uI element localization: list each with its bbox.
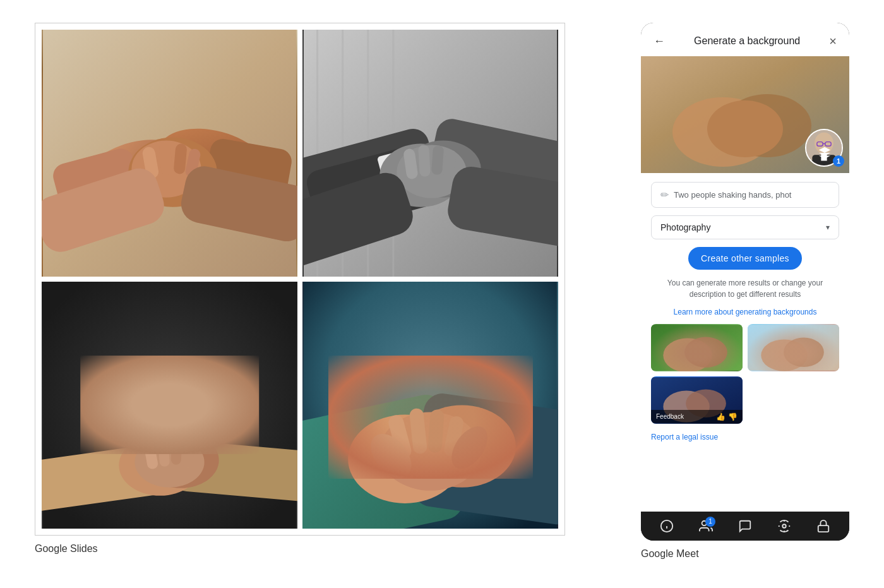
feedback-label: Feedback: [656, 413, 684, 420]
svg-point-66: [663, 338, 712, 371]
svg-point-53: [445, 419, 495, 475]
thumbnail-grid: Feedback 👍 👎: [651, 324, 839, 424]
report-legal-link[interactable]: Report a legal issue: [651, 431, 839, 441]
handshake-image-top-right: [302, 30, 558, 277]
activities-nav-icon[interactable]: [777, 519, 791, 533]
meet-section: ← Generate a background ×: [641, 23, 849, 560]
svg-rect-51: [443, 414, 465, 457]
svg-point-70: [784, 337, 824, 366]
close-button[interactable]: ×: [829, 34, 837, 49]
image-grid: [42, 30, 558, 529]
preview-area: 1: [641, 56, 849, 173]
feedback-icons: 👍 👎: [716, 412, 738, 421]
svg-rect-49: [409, 407, 427, 454]
svg-rect-27: [431, 145, 444, 174]
svg-point-57: [707, 100, 783, 157]
svg-rect-40: [170, 436, 182, 465]
slides-frame: [35, 23, 565, 536]
learn-more-link[interactable]: Learn more about generating backgrounds: [651, 308, 839, 316]
panel-header: ← Generate a background ×: [641, 23, 849, 56]
slides-section: Google Slides: [35, 23, 565, 555]
info-nav-icon[interactable]: [660, 519, 674, 533]
chevron-down-icon: ▾: [826, 223, 830, 232]
thumbnail-1[interactable]: [651, 324, 743, 371]
svg-rect-83: [818, 525, 829, 532]
svg-rect-39: [158, 436, 170, 467]
handshake-image-bottom-left: [42, 282, 297, 529]
thumbs-up-icon[interactable]: 👍: [716, 412, 726, 421]
style-label: Photography: [660, 222, 710, 232]
slides-label: Google Slides: [35, 543, 98, 555]
svg-point-69: [761, 339, 807, 371]
feedback-bar: Feedback 👍 👎: [651, 410, 743, 424]
main-container: Google Slides ← Generate a background ×: [0, 0, 884, 588]
bottom-navigation: 1: [641, 512, 849, 541]
layers-icon[interactable]: [818, 146, 832, 163]
svg-rect-26: [418, 145, 431, 177]
svg-rect-68: [748, 325, 839, 371]
participants-nav-icon[interactable]: 1: [699, 519, 713, 533]
svg-point-78: [782, 524, 786, 528]
thumbnail-3[interactable]: Feedback 👍 👎: [651, 376, 743, 424]
handshake-image-top-left: [42, 30, 297, 277]
svg-rect-48: [387, 413, 413, 460]
lock-nav-icon[interactable]: [816, 519, 830, 533]
panel-content: ✏ Two people shaking hands, phot Photogr…: [641, 173, 849, 512]
svg-rect-65: [651, 325, 743, 371]
meet-label: Google Meet: [641, 548, 699, 560]
meet-phone-frame: ← Generate a background ×: [641, 23, 849, 541]
prompt-input-field[interactable]: ✏ Two people shaking hands, phot: [651, 182, 839, 208]
svg-point-52: [362, 426, 419, 485]
participants-badge: 1: [705, 517, 715, 527]
style-dropdown[interactable]: Photography ▾: [651, 215, 839, 239]
handshake-image-bottom-right: [302, 282, 558, 529]
edit-icon: ✏: [660, 189, 669, 201]
back-button[interactable]: ←: [654, 35, 665, 48]
thumbnail-2[interactable]: [748, 324, 839, 371]
thumbs-down-icon[interactable]: 👎: [728, 412, 738, 421]
chat-nav-icon[interactable]: [738, 519, 752, 533]
svg-rect-50: [427, 409, 445, 453]
info-text: You can generate more results or change …: [651, 277, 839, 300]
svg-point-47: [379, 412, 481, 490]
avatar-badge: 1: [833, 155, 844, 167]
create-samples-button[interactable]: Create other samples: [688, 247, 802, 270]
svg-point-67: [684, 337, 727, 367]
svg-point-45: [348, 414, 462, 503]
svg-point-46: [408, 405, 515, 487]
prompt-text: Two people shaking hands, phot: [674, 190, 791, 200]
svg-rect-44: [410, 391, 558, 527]
panel-title: Generate a background: [694, 35, 800, 47]
